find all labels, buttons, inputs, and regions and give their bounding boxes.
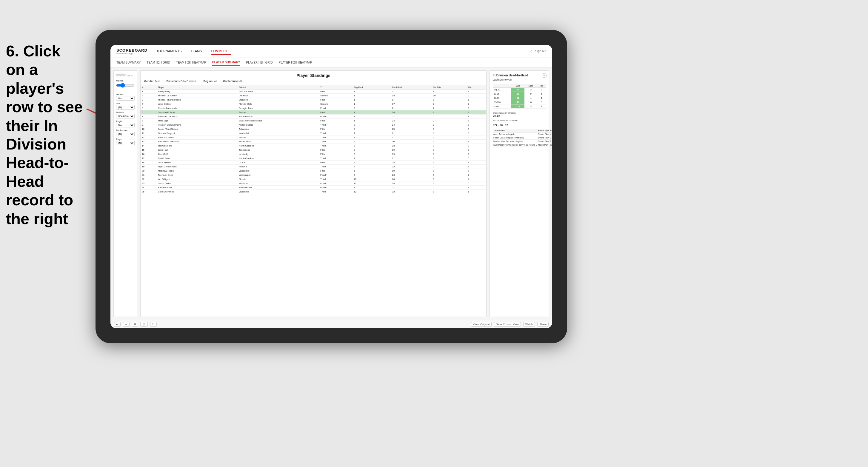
gender-select[interactable]: Men bbox=[116, 96, 135, 100]
player-label: Player bbox=[116, 138, 135, 140]
table-row[interactable]: 24 Bastien Amat New Mexico Fourth 1 27 2… bbox=[141, 186, 486, 190]
player-select[interactable]: (All) bbox=[116, 141, 135, 145]
cell-num: 7 bbox=[141, 115, 157, 119]
table-row[interactable]: 21 Taehoon Song Washington Fourth 6 23 1… bbox=[141, 173, 486, 177]
table-row[interactable]: 10 Jacob Mau Olesen Arkansas Fifth 3 25 … bbox=[141, 127, 486, 131]
table-row[interactable]: 16 Alex Goff Kentucky Fifth 8 19 0 0 bbox=[141, 152, 486, 156]
conference-select[interactable]: (All) bbox=[116, 132, 135, 136]
redo-btn[interactable]: ↪ bbox=[123, 322, 129, 327]
table-row[interactable]: 8 Mats Ege East Tennessee State Fifth 1 … bbox=[141, 119, 486, 123]
table-row[interactable]: 7 Nicholas Gabrelcik North Florida Fourt… bbox=[141, 115, 486, 119]
nav-teams[interactable]: TEAMS bbox=[191, 48, 202, 55]
division-select[interactable]: NCAA Division I bbox=[116, 114, 135, 119]
year-filter: Year (All) bbox=[116, 102, 135, 110]
refresh-btn[interactable]: ↻ bbox=[150, 322, 157, 327]
cell-yr: Fourth bbox=[319, 115, 352, 119]
h2h-close-button[interactable]: ✕ bbox=[542, 73, 547, 78]
table-row[interactable]: 12 Brendan Valles Auburn Third 3 17 2 0 bbox=[141, 135, 486, 139]
h2h-rank-label: 26-50 bbox=[493, 96, 511, 100]
table-row[interactable]: 9 Preston Summerhays Arizona State Third… bbox=[141, 123, 486, 127]
table-row[interactable]: 14 Maxwell Ford North Carolina Third 3 2… bbox=[141, 144, 486, 148]
cell-conf: 24 bbox=[391, 181, 432, 186]
view-original-btn[interactable]: View: Original bbox=[471, 322, 492, 327]
cell-player: Christo Lamprecht bbox=[157, 106, 238, 111]
sub-nav-team-summary[interactable]: TEAM SUMMARY bbox=[116, 60, 141, 65]
cell-reg: 6 bbox=[352, 173, 391, 177]
cell-rds: 1 bbox=[432, 173, 467, 177]
cell-yr: Third bbox=[319, 135, 352, 139]
no-rds-slider[interactable] bbox=[116, 83, 135, 88]
cell-reg: 3 bbox=[352, 148, 391, 152]
sub-nav-player-h2h-heatmap[interactable]: PLAYER H2H HEATMAP bbox=[279, 60, 312, 65]
table-row[interactable]: 3 Michael Thorbjornsen Stanford Fifth 1 … bbox=[141, 98, 486, 102]
table-row[interactable]: 2 Michael La Sasso Ole Miss Second 1 18 … bbox=[141, 94, 486, 98]
table-row[interactable]: 1 Wenyi Ding Arizona State First 1 1 8 1 bbox=[141, 90, 486, 94]
cell-num: 1 bbox=[141, 90, 157, 94]
no-rds-filter: No Rds. 6 bbox=[116, 80, 135, 90]
cell-win: 2 bbox=[467, 111, 486, 115]
cell-num: 6 bbox=[141, 111, 157, 115]
sub-nav-player-summary[interactable]: PLAYER SUMMARY bbox=[212, 59, 240, 66]
undo-btn[interactable]: ↩ bbox=[114, 322, 121, 327]
cell-num: 5 bbox=[141, 106, 157, 111]
paste-btn[interactable]: 📋 bbox=[140, 322, 148, 327]
cell-school: UCLA bbox=[238, 160, 319, 165]
h2h-loss-cell: 6 bbox=[524, 100, 537, 104]
cell-reg: 1 bbox=[352, 119, 391, 123]
h2h-win-cell: 46 bbox=[511, 100, 524, 104]
player-filter: Player (All) bbox=[116, 138, 135, 145]
table-row[interactable]: 25 Cole Sherwood Vanderbilt Third 12 23 … bbox=[141, 190, 486, 194]
cell-player: Phichakun Maichon bbox=[157, 139, 238, 144]
nav-committee[interactable]: COMMITTEE bbox=[211, 48, 231, 55]
col-win: Win bbox=[467, 85, 486, 90]
cell-num: 9 bbox=[141, 123, 157, 127]
cell-num: 25 bbox=[141, 190, 157, 194]
cell-reg: 5 bbox=[352, 169, 391, 173]
h2h-loss-cell: 4 bbox=[524, 96, 537, 100]
cell-yr: Fourth bbox=[319, 186, 352, 190]
cell-win: 1 bbox=[467, 139, 486, 144]
cell-player: David Ford bbox=[157, 156, 238, 160]
table-row[interactable]: 17 David Ford North Carolina Third 4 21 … bbox=[141, 156, 486, 160]
table-row[interactable]: 18 Luke Powell UCLA First 4 24 1 1 bbox=[141, 160, 486, 165]
h2h-rank-label: Top 10 bbox=[493, 88, 511, 92]
table-row[interactable]: 5 Christo Lamprecht Georgia Tech Fourth … bbox=[141, 106, 486, 111]
cell-school: Missouri bbox=[238, 181, 319, 186]
cell-conf: 24 bbox=[391, 177, 432, 181]
table-row[interactable]: 19 Tiger Christensen Arizona Third 8 23 … bbox=[141, 165, 486, 169]
table-row[interactable]: 6 Jackson Koivun Auburn First 1 14 2 2 bbox=[141, 111, 486, 115]
table-row[interactable]: 11 Gordon Sargent Vanderbilt Third 4 21 … bbox=[141, 131, 486, 135]
h2h-rank-label: >100 bbox=[493, 104, 511, 108]
cell-rds: 2 bbox=[432, 123, 467, 127]
cell-school: Auburn bbox=[238, 135, 319, 139]
cell-school: Arizona State bbox=[238, 90, 319, 94]
table-row[interactable]: 13 Phichakun Maichon Texas A&M Third 6 3… bbox=[141, 139, 486, 144]
sub-nav-team-h2h-grid[interactable]: TEAM H2H GRID bbox=[147, 60, 170, 65]
save-custom-btn[interactable]: Save Custom View bbox=[494, 322, 521, 327]
cell-num: 23 bbox=[141, 181, 157, 186]
cell-win: 1 bbox=[467, 173, 486, 177]
watch-btn[interactable]: Watch bbox=[523, 322, 535, 327]
cell-reg: 3 bbox=[352, 135, 391, 139]
table-row[interactable]: 20 Matthew Riedel Vanderbilt Fifth 5 19 … bbox=[141, 169, 486, 173]
table-row[interactable]: 22 Ian Gilligan Florida Third 10 24 1 1 bbox=[141, 177, 486, 181]
sub-nav: TEAM SUMMARY TEAM H2H GRID TEAM H2H HEAT… bbox=[111, 58, 552, 67]
h2h-win-cell: 8 bbox=[511, 88, 524, 92]
region-select[interactable]: N/A bbox=[116, 123, 135, 127]
copy-btn[interactable]: ⧉ bbox=[132, 322, 138, 327]
table-row[interactable]: 4 Luke Claton Florida State Second 1 17 … bbox=[141, 102, 486, 106]
share-btn[interactable]: Share bbox=[537, 322, 549, 327]
h2h-row: 11-25 20 9 5 bbox=[493, 92, 546, 96]
sub-nav-team-h2h-heatmap[interactable]: TEAM H2H HEATMAP bbox=[176, 60, 206, 65]
cell-player: Preston Summerhays bbox=[157, 123, 238, 127]
sub-nav-player-h2h-grid[interactable]: PLAYER H2H GRID bbox=[246, 60, 273, 65]
nav-tournaments[interactable]: TOURNAMENTS bbox=[156, 48, 182, 55]
cell-yr: Fifth bbox=[319, 98, 352, 102]
sign-out-link[interactable]: Sign out bbox=[535, 50, 546, 53]
table-row[interactable]: 15 Jake Hall Tennessee Fifth 3 19 0 0 bbox=[141, 148, 486, 152]
year-select[interactable]: (All) bbox=[116, 105, 135, 110]
cell-yr: Fifth bbox=[319, 152, 352, 156]
conference-label: Conference bbox=[116, 129, 135, 131]
cell-rds: 1 bbox=[432, 139, 467, 144]
table-row[interactable]: 23 Jack Lundin Missouri Fourth 11 24 0 0 bbox=[141, 181, 486, 186]
